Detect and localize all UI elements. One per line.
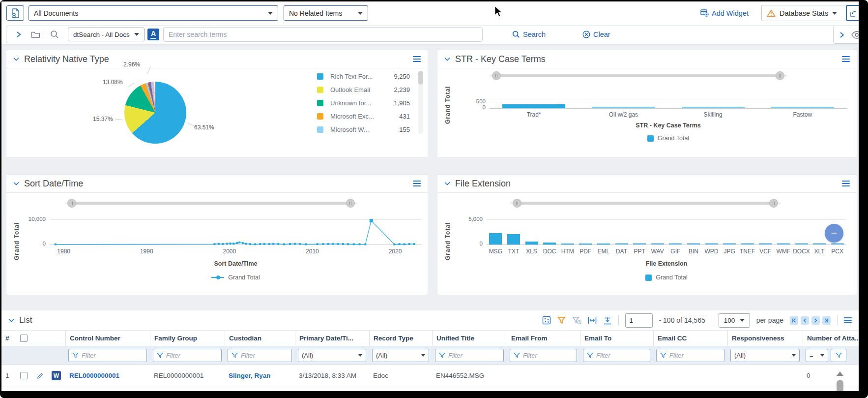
slider-handle-left[interactable] <box>492 71 501 80</box>
widget-menu-icon[interactable] <box>413 56 421 62</box>
row-checkbox[interactable] <box>20 372 28 379</box>
numeric-operator-select[interactable]: = <box>806 349 828 362</box>
bar-DOC[interactable] <box>543 243 556 245</box>
scroll-thumb[interactable] <box>837 380 843 391</box>
column-width-icon[interactable] <box>588 316 597 324</box>
bar-Skilling[interactable] <box>682 107 745 108</box>
next-page-button[interactable] <box>811 316 820 325</box>
collapse-chevron-icon[interactable] <box>13 57 19 61</box>
filter-input[interactable]: Filter <box>228 349 292 362</box>
collapse-chevron-icon[interactable] <box>444 182 450 185</box>
bar-TXT[interactable] <box>507 234 520 245</box>
edit-pencil-icon[interactable] <box>37 371 44 380</box>
search-browser-button[interactable] <box>46 30 63 39</box>
bar-Fastow[interactable] <box>771 107 834 108</box>
column-header-Record Type[interactable]: Record Type <box>369 331 432 346</box>
bar-MSG[interactable] <box>489 233 502 245</box>
pie-legend-item[interactable]: Rich Text For...9,250 <box>317 71 410 81</box>
scroll-up-icon[interactable] <box>837 371 843 376</box>
filter-input[interactable]: Filter <box>656 349 724 362</box>
bar-DOCX[interactable] <box>795 243 808 245</box>
table-row[interactable]: 1WREL0000000001REL0000000001Slinger, Rya… <box>1 365 859 387</box>
slider-selected-range[interactable] <box>517 202 774 205</box>
filter-input[interactable]: Filter <box>583 349 650 362</box>
range-slider[interactable] <box>437 199 857 208</box>
column-header-Primary Date/Ti...[interactable]: Primary Date/Ti... <box>295 331 369 346</box>
filter-select[interactable]: (All) <box>372 349 429 362</box>
page-number-input[interactable] <box>625 313 653 328</box>
saved-search-dropdown[interactable]: All Documents <box>29 5 278 21</box>
slider-handle-right[interactable] <box>346 199 355 208</box>
scroll-thumb[interactable] <box>418 71 423 85</box>
slider-handle-left[interactable] <box>67 199 76 208</box>
pie-legend-scrollbar[interactable] <box>418 71 423 134</box>
expand-panel-button[interactable] <box>10 31 27 38</box>
bar-JPG[interactable] <box>723 243 736 245</box>
clear-filters-icon[interactable] <box>572 316 581 325</box>
numeric-filter-button[interactable] <box>831 349 846 362</box>
pie-legend-item[interactable]: Outlook Email2,239 <box>317 85 410 94</box>
slider-selected-range[interactable] <box>72 202 350 205</box>
collapse-chevron-icon[interactable] <box>13 182 19 185</box>
eye-icon[interactable] <box>851 31 859 39</box>
dictionary-icon[interactable]: A <box>147 29 159 40</box>
column-header-Email CC[interactable]: Email CC <box>653 331 727 346</box>
column-header-Responsiveness[interactable]: Responsiveness <box>727 331 803 346</box>
last-page-button[interactable] <box>822 316 831 325</box>
range-slider[interactable] <box>437 71 857 80</box>
bar-TNEF[interactable] <box>741 243 754 245</box>
filter-input[interactable]: Filter <box>435 349 504 362</box>
bar-WMF[interactable] <box>777 243 790 245</box>
bar-WPD[interactable] <box>705 243 718 245</box>
slider-handle-left[interactable] <box>513 199 521 208</box>
cell-link[interactable]: Slinger, Ryan <box>229 372 271 379</box>
filter-input[interactable]: Filter <box>510 349 577 362</box>
widget-menu-icon[interactable] <box>413 181 421 186</box>
related-items-dropdown[interactable]: No Related Items <box>284 5 368 21</box>
pie-chart[interactable] <box>124 82 186 144</box>
bar-Oil w/2 gas[interactable] <box>592 107 655 108</box>
search-terms-input[interactable] <box>163 27 483 42</box>
bar-EML[interactable] <box>597 244 610 245</box>
collapse-chevron-icon[interactable] <box>444 57 450 61</box>
pie-legend-item[interactable]: Unknown for...1,905 <box>317 98 410 108</box>
select-all-checkbox[interactable] <box>20 335 28 342</box>
bar-Trad*[interactable] <box>502 104 565 108</box>
database-stats-dropdown[interactable]: Database Stats <box>761 5 854 21</box>
bar-BIN[interactable] <box>687 243 700 245</box>
slider-handle-right[interactable] <box>769 199 778 208</box>
bar-WAV[interactable] <box>651 243 664 245</box>
new-document-button[interactable] <box>6 5 24 21</box>
collapse-chevron-icon[interactable] <box>8 318 14 322</box>
bar-DAT[interactable] <box>615 243 628 245</box>
sampling-icon[interactable] <box>542 316 551 325</box>
list-menu-icon[interactable] <box>844 317 852 323</box>
column-header-Number of Atta...[interactable]: Number of Atta... <box>803 331 859 346</box>
browse-folders-button[interactable] <box>27 31 44 38</box>
cell-link[interactable]: REL0000000001 <box>69 372 119 379</box>
chevron-right-icon[interactable] <box>839 31 844 38</box>
bar-PCX[interactable] <box>831 243 844 245</box>
bar-GIF[interactable] <box>669 243 682 245</box>
filter-select[interactable]: (All) <box>730 349 800 362</box>
filter-input[interactable]: Filter <box>68 349 147 362</box>
export-button-partial[interactable] <box>846 5 859 21</box>
add-widget-button[interactable]: Add Widget <box>700 9 749 17</box>
slider-handle-right[interactable] <box>776 71 784 80</box>
fit-rows-icon[interactable] <box>603 316 612 325</box>
search-button[interactable]: Search <box>512 31 546 38</box>
zoom-out-button[interactable]: − <box>825 224 843 243</box>
filter-input[interactable]: Filter <box>153 349 222 362</box>
bar-HTM[interactable] <box>561 244 574 245</box>
widget-menu-icon[interactable] <box>842 56 850 62</box>
bar-VCF[interactable] <box>759 243 772 245</box>
prev-page-button[interactable] <box>801 316 809 325</box>
range-slider[interactable] <box>6 199 428 208</box>
search-index-dropdown[interactable]: dtSearch - All Docs <box>68 28 145 41</box>
slider-selected-range[interactable] <box>496 74 780 77</box>
pie-legend-item[interactable]: Microsoft Exc...431 <box>317 111 410 121</box>
column-header-#[interactable]: # <box>1 331 16 346</box>
clear-button[interactable]: Clear <box>582 31 610 38</box>
column-header-Custodian[interactable]: Custodian <box>225 331 295 346</box>
bar-PDF[interactable] <box>579 244 592 245</box>
